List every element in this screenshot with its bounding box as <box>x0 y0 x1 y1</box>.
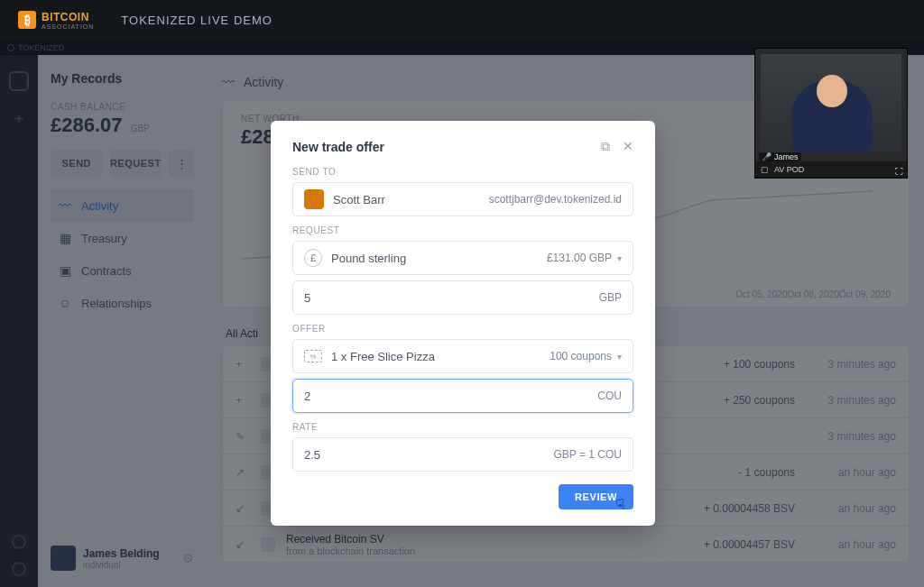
rate-unit: GBP = 1 COU <box>554 448 622 461</box>
pip-name-label: 🎤 James <box>759 152 801 161</box>
close-icon[interactable]: ✕ <box>623 139 633 154</box>
expand-icon[interactable]: ⛶ <box>895 167 903 176</box>
new-trade-modal: New trade offer ⧉ ✕ SEND TO Scott Barr s… <box>271 121 655 526</box>
offer-unit: COU <box>597 390 622 402</box>
request-currency-field[interactable]: £ Pound sterling £131.00 GBP ▾ <box>292 241 633 275</box>
app-header: ₿ BITCOIN ASSOCIATION TOKENIZED LIVE DEM… <box>0 0 924 40</box>
offer-amount-field[interactable]: COU <box>292 379 633 413</box>
request-balance: £131.00 GBP <box>547 252 612 264</box>
bitcoin-b-icon: ₿ <box>18 11 36 29</box>
pip-name: James <box>774 152 799 161</box>
offer-label: OFFER <box>292 324 633 334</box>
contact-handle: scottjbarr@dev.tokenized.id <box>489 193 622 206</box>
rate-field[interactable]: GBP = 1 COU <box>292 437 633 472</box>
webcam-pip[interactable]: 🎤 James ▢ AV POD ⛶ <box>754 48 908 179</box>
send-to-label: SEND TO <box>292 167 633 177</box>
request-label: REQUEST <box>292 225 633 235</box>
request-currency-name: Pound sterling <box>331 252 406 265</box>
offer-item-name: 1 x Free Slice Pizza <box>331 350 435 363</box>
contact-name: Scott Barr <box>333 193 385 206</box>
offer-item-field[interactable]: % 1 x Free Slice Pizza 100 coupons ▾ <box>292 339 633 373</box>
rate-label: RATE <box>292 422 633 432</box>
external-link-icon[interactable]: ⧉ <box>601 139 610 154</box>
request-amount-field[interactable]: GBP <box>292 280 633 315</box>
coupon-icon: % <box>304 350 322 362</box>
send-to-field[interactable]: Scott Barr scottjbarr@dev.tokenized.id <box>292 182 633 216</box>
pip-face <box>817 75 847 107</box>
offer-balance: 100 coupons <box>550 350 612 362</box>
pip-source: AV POD <box>774 165 804 174</box>
header-title: TOKENIZED LIVE DEMO <box>121 14 273 27</box>
chevron-down-icon: ▾ <box>617 253 622 263</box>
offer-amount-input[interactable] <box>304 390 358 403</box>
mic-icon: 🎤 <box>762 152 772 161</box>
request-unit: GBP <box>599 291 622 304</box>
brand-main: BITCOIN <box>42 11 94 23</box>
modal-title: New trade offer <box>292 140 384 154</box>
contact-avatar <box>304 189 324 209</box>
camera-icon: ▢ <box>761 165 769 174</box>
pound-icon: £ <box>304 249 322 267</box>
chevron-down-icon: ▾ <box>617 352 622 362</box>
request-amount-input[interactable] <box>304 291 358 305</box>
pip-source-bar: ▢ AV POD ⛶ <box>755 161 907 178</box>
rate-input[interactable] <box>304 448 358 462</box>
brand-sub: ASSOCIATION <box>42 23 94 30</box>
brand-logo: ₿ BITCOIN ASSOCIATION <box>18 11 94 30</box>
